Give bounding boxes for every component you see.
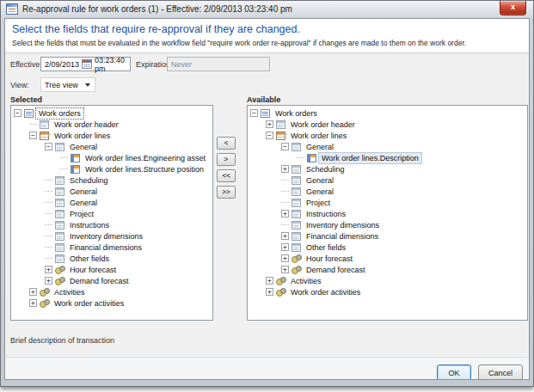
expand-icon[interactable]: + <box>281 232 289 240</box>
view-label: View: <box>10 81 29 89</box>
form-icon <box>55 176 64 185</box>
expand-icon[interactable]: + <box>281 254 289 262</box>
expand-icon[interactable]: + <box>266 120 273 128</box>
available-tree[interactable]: −Work orders+Work order header−Work orde… <box>247 105 528 321</box>
tree-item-label: General <box>67 187 100 197</box>
effective-date-value[interactable]: 2/09/2013 <box>45 60 79 69</box>
tree-item[interactable]: +Work order header <box>248 119 527 130</box>
tree-item-label: Instructions <box>304 209 348 219</box>
close-icon[interactable]: x <box>500 1 526 15</box>
expand-icon[interactable]: + <box>266 277 273 285</box>
field-icon <box>71 165 80 174</box>
tree-item[interactable]: Financial dimensions <box>11 242 212 253</box>
move-to-selected-button[interactable]: < <box>217 137 236 150</box>
expand-icon[interactable]: + <box>45 266 52 273</box>
relation-icon <box>55 266 64 274</box>
tree-item[interactable]: Inventory dimensions <box>11 230 212 242</box>
field-icon <box>71 154 80 162</box>
calendar-icon[interactable] <box>82 59 92 69</box>
tree-item[interactable]: −Work order lines <box>248 130 527 141</box>
tree-item[interactable]: +Activities <box>11 286 212 297</box>
tree-item-label: Scheduling <box>67 175 111 186</box>
relation-icon <box>40 299 49 308</box>
tree-item[interactable]: Inventory dimensions <box>248 219 527 230</box>
tree-item-label: Instructions <box>67 220 112 230</box>
tree-connector <box>45 191 52 192</box>
tree-item[interactable]: General <box>248 186 527 197</box>
tree-item[interactable]: −Work orders <box>248 107 527 119</box>
expand-icon[interactable]: + <box>29 288 37 296</box>
tree-item[interactable]: −Work orders <box>11 107 212 119</box>
tree-item[interactable]: −General <box>248 141 527 152</box>
tree-item-label: General <box>67 142 100 152</box>
expand-icon[interactable]: + <box>281 243 289 251</box>
effective-time-value[interactable]: 03:23:40 pm <box>95 56 126 73</box>
move-all-to-available-button[interactable]: >> <box>217 186 236 199</box>
form-icon <box>292 221 301 230</box>
form-icon <box>292 210 301 218</box>
tree-connector <box>281 180 289 181</box>
title-bar[interactable]: Re-approval rule for work orders (1) - E… <box>1 1 533 18</box>
expand-icon[interactable]: + <box>281 165 289 173</box>
collapse-icon[interactable]: − <box>45 143 52 150</box>
effective-datetime-field[interactable]: 2/09/2013 03:23:40 pm <box>40 57 131 71</box>
move-all-to-selected-button[interactable]: << <box>217 169 236 182</box>
tree-item[interactable]: Work order lines.Engineering asset <box>11 152 212 163</box>
tree-item-label: Work orders <box>36 108 83 119</box>
form-icon <box>40 120 49 129</box>
cancel-button[interactable]: Cancel <box>478 364 523 380</box>
tree-item[interactable]: +Hour forecast <box>11 264 212 275</box>
tree-item[interactable]: +Work order activities <box>11 297 212 309</box>
expand-icon[interactable]: + <box>266 288 273 296</box>
tree-item[interactable]: Work order lines.Structure position <box>11 163 212 175</box>
selected-tree[interactable]: −Work ordersWork order header−Work order… <box>10 105 213 321</box>
view-dropdown[interactable]: Tree view <box>40 77 95 92</box>
form-icon <box>292 176 301 185</box>
tree-item[interactable]: Project <box>248 197 527 208</box>
collapse-icon[interactable]: − <box>281 143 289 150</box>
tree-item[interactable]: Work order header <box>11 119 212 130</box>
tree-item[interactable]: General <box>11 186 212 197</box>
tree-item[interactable]: Scheduling <box>11 175 212 186</box>
tree-item[interactable]: General <box>248 175 527 186</box>
ok-button[interactable]: OK <box>437 364 471 380</box>
tree-item-label: Work order activities <box>52 298 126 309</box>
expand-icon[interactable]: + <box>29 299 37 307</box>
tree-item[interactable]: +Instructions <box>248 208 527 219</box>
tree-item[interactable]: +Demand forecast <box>248 264 527 275</box>
tree-item[interactable]: General <box>11 197 212 208</box>
form-icon <box>55 143 64 151</box>
form-icon <box>292 165 301 174</box>
form-icon <box>292 187 301 196</box>
collapse-icon[interactable]: − <box>266 132 273 139</box>
tree-item[interactable]: +Activities <box>248 275 527 286</box>
tree-connector <box>45 202 52 203</box>
move-to-available-button[interactable]: > <box>217 153 236 166</box>
collapse-icon[interactable]: − <box>250 109 258 117</box>
dialog-window: Re-approval rule for work orders (1) - E… <box>0 0 534 387</box>
collapse-icon[interactable]: − <box>14 109 21 117</box>
tree-item[interactable]: +Other fields <box>248 242 527 253</box>
collapse-icon[interactable]: − <box>29 132 37 139</box>
tree-item[interactable]: Other fields <box>11 253 212 264</box>
expand-icon[interactable]: + <box>281 210 289 217</box>
tree-item[interactable]: Project <box>11 208 212 219</box>
tree-item-label: General <box>67 198 100 208</box>
form-icon <box>55 199 64 207</box>
tree-item-label: Work order header <box>52 119 121 130</box>
tree-item-label: Work order lines.Description <box>319 153 421 163</box>
form-icon <box>55 254 64 263</box>
tree-item-label: Demand forecast <box>67 276 132 286</box>
tree-item[interactable]: +Hour forecast <box>248 253 527 264</box>
tree-item[interactable]: +Demand forecast <box>11 275 212 286</box>
tree-item[interactable]: +Scheduling <box>248 163 527 175</box>
tree-item[interactable]: +Work order activities <box>248 286 527 297</box>
tree-item[interactable]: −General <box>11 141 212 152</box>
tree-item[interactable]: Work order lines.Description <box>248 152 527 163</box>
expand-icon[interactable]: + <box>45 277 52 285</box>
tree-item-label: Financial dimensions <box>304 231 381 242</box>
tree-item[interactable]: −Work order lines <box>11 130 212 141</box>
tree-item[interactable]: Instructions <box>11 219 212 230</box>
tree-item[interactable]: +Financial dimensions <box>248 230 527 242</box>
expand-icon[interactable]: + <box>281 266 289 273</box>
